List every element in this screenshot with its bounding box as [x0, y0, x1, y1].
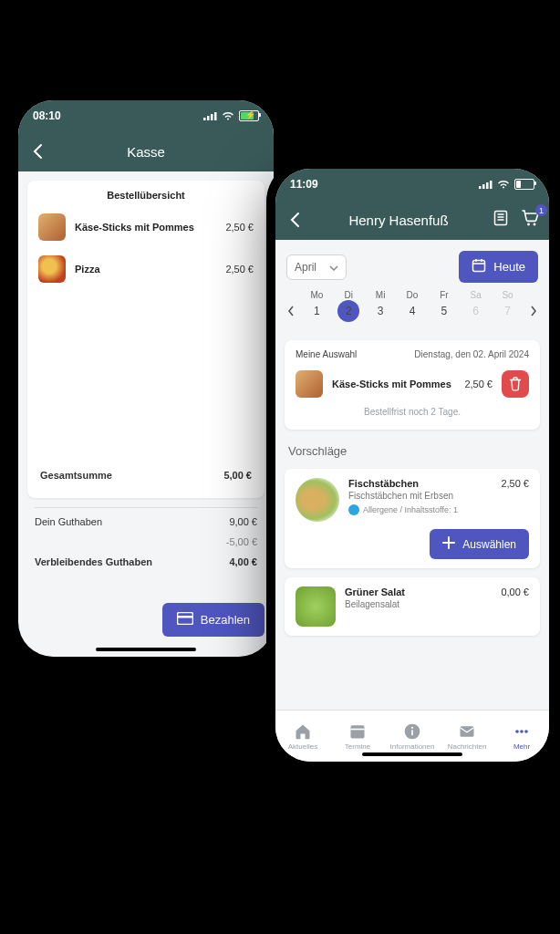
tab-label: Informationen	[390, 742, 435, 751]
today-button[interactable]: Heute	[459, 251, 538, 283]
suggestion-sub: Beilagensalat	[345, 599, 492, 609]
svg-rect-8	[486, 182, 489, 189]
credit-value: 9,00 €	[229, 516, 257, 527]
select-button[interactable]: Auswählen	[430, 529, 529, 559]
month-select[interactable]: April	[286, 254, 347, 280]
tab-aktuelles[interactable]: Aktuelles	[275, 711, 330, 762]
weekday: Sa	[460, 290, 492, 300]
week-strip: Mo Di Mi Do Fr Sa So 1 2 3 4	[275, 286, 549, 331]
app-bar: Henry Hasenfuß 1	[275, 200, 549, 240]
svg-point-14	[527, 223, 530, 226]
plus-icon	[442, 536, 455, 552]
signal-icon	[203, 111, 217, 120]
phone-menu: 11:09 Henry Hasenfuß	[266, 160, 558, 771]
item-name: Käse-Sticks mit Pommes	[332, 379, 455, 389]
wifi-icon	[497, 180, 510, 189]
svg-rect-16	[473, 261, 485, 272]
week-prev[interactable]	[281, 306, 301, 317]
item-price: 2,50 €	[225, 264, 254, 275]
credit-delta: -5,00 €	[226, 536, 257, 547]
delete-button[interactable]	[502, 370, 529, 398]
food-thumbnail	[296, 370, 323, 398]
cart-button[interactable]: 1	[522, 210, 540, 230]
svg-point-15	[534, 223, 536, 226]
item-name: Käse-Sticks mit Pommes	[75, 222, 216, 233]
food-thumbnail	[296, 586, 336, 627]
svg-rect-6	[479, 186, 482, 189]
selection-card: Meine Auswahl Dienstag, den 02. April 20…	[285, 340, 540, 430]
day[interactable]: 5	[428, 305, 460, 317]
day-selected[interactable]: 2	[333, 300, 365, 322]
calendar-icon	[348, 722, 367, 741]
app-bar: Kasse	[18, 131, 274, 171]
suggestion-card: Fischstäbchen Fischstäbchen mit Erbsen A…	[285, 469, 540, 568]
svg-rect-23	[411, 730, 413, 735]
item-name: Pizza	[75, 264, 216, 275]
back-button[interactable]	[27, 141, 47, 161]
receipt-icon[interactable]	[493, 210, 509, 230]
svg-point-27	[520, 730, 524, 733]
weekday: Di	[333, 290, 365, 300]
info-icon	[403, 722, 421, 741]
cart-badge: 1	[535, 204, 547, 216]
chevron-down-icon	[329, 261, 338, 274]
suggestion-card: Grüner Salat Beilagensalat 0,00 €	[285, 577, 540, 636]
status-bar: 08:10 ⚡	[18, 100, 274, 131]
svg-point-26	[515, 730, 519, 733]
suggestion-price: 0,00 €	[501, 586, 529, 597]
item-price: 2,50 €	[225, 222, 254, 233]
tab-label: Nachrichten	[448, 742, 487, 751]
svg-rect-4	[177, 613, 192, 625]
status-time: 08:10	[33, 109, 61, 122]
day[interactable]: 3	[365, 305, 397, 317]
home-icon	[294, 722, 312, 741]
weekday: Do	[397, 290, 429, 300]
home-indicator	[362, 752, 462, 756]
calendar-icon	[472, 258, 486, 275]
trash-icon	[509, 377, 522, 391]
allergen-text: Allergene / Inhaltsstoffe: 1	[363, 505, 458, 514]
food-thumbnail	[38, 255, 66, 283]
total-row: Gesamtsumme 5,00 €	[40, 465, 252, 485]
pay-button[interactable]: Bezahlen	[162, 603, 264, 637]
remaining-label: Verbleibendes Guthaben	[35, 556, 152, 567]
food-thumbnail	[38, 213, 66, 241]
food-thumbnail	[296, 478, 339, 522]
tab-mehr[interactable]: Mehr	[494, 711, 549, 762]
week-next[interactable]	[524, 306, 544, 317]
weekday: Mo	[301, 290, 333, 300]
remaining-value: 4,00 €	[229, 556, 257, 567]
item-price: 2,50 €	[464, 379, 493, 389]
day[interactable]: 4	[397, 305, 429, 317]
svg-rect-20	[351, 725, 365, 738]
back-button[interactable]	[285, 210, 305, 230]
page-title: Kasse	[47, 144, 244, 160]
svg-rect-0	[203, 118, 206, 120]
allergen-row[interactable]: Allergene / Inhaltsstoffe: 1	[348, 504, 492, 515]
today-label: Heute	[493, 260, 525, 274]
weekday: Fr	[428, 290, 460, 300]
weekday: So	[492, 290, 524, 300]
suggestion-sub: Fischstäbchen mit Erbsen	[348, 491, 492, 501]
svg-point-28	[524, 730, 528, 733]
signal-icon	[479, 180, 493, 189]
svg-rect-1	[207, 116, 210, 120]
battery-icon	[514, 179, 534, 190]
overview-heading: Bestellübersicht	[27, 181, 264, 206]
order-card: Bestellübersicht Käse-Sticks mit Pommes …	[27, 181, 264, 498]
svg-rect-10	[495, 212, 507, 225]
status-time: 11:09	[290, 178, 318, 191]
svg-rect-7	[482, 184, 485, 189]
credit-label: Dein Guthaben	[35, 516, 102, 527]
day[interactable]: 7	[492, 305, 524, 317]
order-item: Käse-Sticks mit Pommes 2,50 €	[27, 206, 264, 248]
day[interactable]: 1	[301, 305, 333, 317]
suggestion-name: Fischstäbchen	[348, 478, 492, 489]
day[interactable]: 6	[460, 305, 492, 317]
order-item: Pizza 2,50 €	[27, 248, 264, 290]
credit-delta-row: -5,00 €	[35, 532, 257, 552]
svg-rect-2	[211, 114, 213, 120]
svg-rect-21	[351, 728, 365, 730]
svg-rect-9	[490, 181, 493, 189]
tab-label: Mehr	[513, 742, 530, 751]
